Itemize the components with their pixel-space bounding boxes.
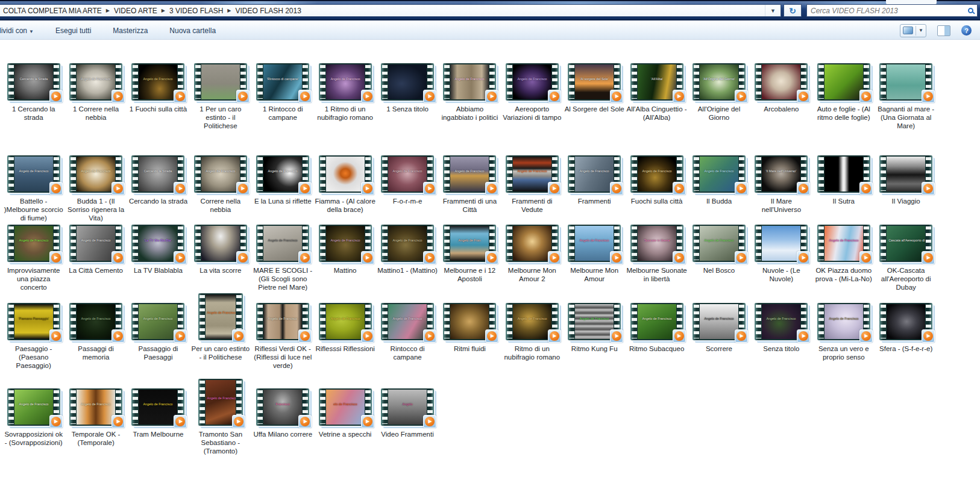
video-thumbnail[interactable]: Angelo de Francisco ▶: [7, 155, 60, 193]
play-overlay-icon[interactable]: ▶: [922, 182, 935, 195]
file-item[interactable]: Angelo de Francisco ▶ Ritmo di un nubifr…: [501, 303, 563, 370]
play-overlay-icon[interactable]: ▶: [361, 329, 374, 343]
file-item[interactable]: Angelo de Francisco ▶ Senza un vero e pr…: [812, 303, 875, 370]
file-item[interactable]: Angelo de Francisco ▶ Improvvisamente un…: [2, 225, 64, 291]
video-thumbnail[interactable]: ▶: [817, 63, 870, 101]
play-overlay-icon[interactable]: ▶: [485, 90, 498, 103]
play-overlay-icon[interactable]: ▶: [112, 182, 125, 195]
play-overlay-icon[interactable]: ▶: [49, 329, 63, 343]
file-item[interactable]: Angelo de Francisco ▶ Ritmo Kung Fu: [564, 303, 626, 370]
video-thumbnail[interactable]: Cercando la Strada ▶: [7, 63, 60, 101]
play-overlay-icon[interactable]: ▶: [49, 251, 63, 264]
video-thumbnail[interactable]: ▶: [879, 155, 932, 193]
file-item[interactable]: Angelo de Francisco ▶ Rintocco di campan…: [376, 303, 438, 370]
video-thumbnail[interactable]: Angelo de Francisco ▶: [630, 303, 683, 340]
play-overlay-icon[interactable]: ▶: [859, 90, 873, 103]
video-thumbnail[interactable]: Angelo de Francisco ▶: [693, 303, 746, 340]
file-item[interactable]: Angelo de Francisco ▶ Fuochi sulla città: [626, 155, 688, 222]
file-item[interactable]: Angelo de Francisco ▶ Mattino1 - (Mattin…: [376, 225, 438, 291]
breadcrumb-segment[interactable]: COLTA COMPLETA MIA ARTE: [0, 7, 105, 15]
breadcrumb-segment[interactable]: VIDEO FLASH 2013: [232, 7, 304, 15]
file-item[interactable]: 'Suonate in liberta' ▶ Melbourne Suonate…: [626, 225, 688, 291]
search-input[interactable]: [811, 7, 966, 15]
video-thumbnail[interactable]: Angelo de Francisco ▶: [256, 155, 309, 193]
file-item[interactable]: Angelo de Francisco ▶ Passaggio di Paesa…: [127, 303, 189, 370]
video-thumbnail[interactable]: ▶: [755, 225, 808, 262]
video-thumbnail[interactable]: Angelo de Francisco ▶: [568, 225, 621, 262]
video-thumbnail[interactable]: Angelo de Francisco ▶: [131, 63, 184, 101]
video-thumbnail[interactable]: Angelo de Francisco ▶: [198, 293, 243, 340]
file-item[interactable]: Angelo de Francisco ▶ Melbourne Mon Amou…: [564, 225, 626, 291]
file-item[interactable]: Angelo de Francisco ▶ Tramonto San Sebas…: [189, 388, 251, 455]
play-overlay-icon[interactable]: ▶: [673, 182, 686, 195]
video-thumbnail[interactable]: 'Il Mare nell'Universo' ▶: [755, 155, 808, 193]
play-overlay-icon[interactable]: ▶: [548, 182, 561, 195]
file-item[interactable]: Angelo de Francisco ▶ Correre nella nebb…: [189, 155, 251, 222]
chevron-down-icon[interactable]: ▼: [919, 28, 923, 33]
video-thumbnail[interactable]: Angelo ▶: [381, 388, 434, 426]
play-overlay-icon[interactable]: ▶: [548, 329, 561, 343]
play-overlay-icon[interactable]: ▶: [298, 182, 312, 195]
play-overlay-icon[interactable]: ▶: [236, 90, 250, 103]
play-overlay-icon[interactable]: ▶: [49, 182, 63, 195]
file-item[interactable]: Angelo de Francisco ▶ Temporale OK - (Te…: [64, 388, 127, 455]
play-overlay-icon[interactable]: ▶: [361, 182, 374, 195]
toolbar-burn[interactable]: Masterizza: [112, 24, 149, 37]
video-thumbnail[interactable]: Angelo de Francisco ▶: [506, 155, 559, 193]
play-overlay-icon[interactable]: ▶: [735, 251, 748, 264]
play-overlay-icon[interactable]: ▶: [548, 251, 561, 264]
file-item[interactable]: Angelo de Francisco ▶ OK Piazza duomo pr…: [812, 225, 875, 291]
play-overlay-icon[interactable]: ▶: [485, 251, 498, 264]
video-thumbnail[interactable]: 'All'Alba' ▶: [630, 63, 683, 101]
video-thumbnail[interactable]: Angelo de Francisco ▶: [630, 155, 683, 193]
help-button[interactable]: ?: [961, 25, 972, 36]
breadcrumb-segment[interactable]: 3 VIDEO FLASH: [166, 7, 226, 15]
video-thumbnail[interactable]: Angelo de Francisco ▶: [194, 155, 247, 193]
play-overlay-icon[interactable]: ▶: [174, 251, 187, 264]
file-item[interactable]: ▶ 1 Senza titolo: [376, 63, 438, 130]
file-item[interactable]: Angelo de Francisco ▶ Mattino: [314, 225, 376, 291]
file-item[interactable]: ▶ Bagnanti al mare - (Una Giornata al Ma…: [875, 63, 937, 130]
file-item[interactable]: Angelo de Francisco ▶ Ritmo Subacqueo: [626, 303, 688, 370]
file-item[interactable]: ▶ 1 Per un caro estinto - il Politichese: [189, 63, 251, 130]
play-overlay-icon[interactable]: ▶: [298, 90, 312, 103]
video-thumbnail[interactable]: Angelo de Francisco ▶: [817, 303, 870, 340]
file-item[interactable]: Angelo ▶ Video Frammenti: [376, 388, 438, 455]
video-thumbnail[interactable]: ▶: [879, 303, 932, 340]
refresh-button[interactable]: ↻: [784, 4, 802, 17]
video-thumbnail[interactable]: Angelo de Fran ▶: [443, 225, 496, 262]
video-thumbnail[interactable]: Angelo de Francisco ▶: [568, 155, 621, 193]
file-item[interactable]: ▶ Fiamma - (Al calore della brace): [314, 155, 376, 222]
video-thumbnail[interactable]: Angelo de Francisco ▶: [693, 225, 746, 262]
video-thumbnail[interactable]: Angelo de Francisco ▶: [7, 388, 60, 426]
play-overlay-icon[interactable]: ▶: [797, 90, 810, 103]
play-overlay-icon[interactable]: ▶: [174, 90, 187, 103]
play-overlay-icon[interactable]: ▶: [797, 329, 810, 343]
file-item[interactable]: 'Paesano Paesaggio' ▶ Paesaggio - (Paesa…: [2, 303, 64, 370]
file-item[interactable]: Angelo de Francisco ▶ Abbiamo ingabbiato…: [439, 63, 501, 130]
play-overlay-icon[interactable]: ▶: [236, 182, 250, 195]
video-thumbnail[interactable]: Angelo de Francisco ▶: [319, 225, 372, 262]
play-overlay-icon[interactable]: ▶: [112, 329, 125, 343]
video-thumbnail[interactable]: Angelo de Francisco ▶: [319, 303, 372, 340]
file-item[interactable]: Angelo de Francisco ▶ Frammenti di una C…: [439, 155, 501, 222]
play-overlay-icon[interactable]: ▶: [673, 90, 686, 103]
toolbar-new-folder[interactable]: Nuova cartella: [168, 24, 217, 37]
file-item[interactable]: Cercando la Strada ▶ 1 Cercando la strad…: [2, 63, 64, 130]
file-item[interactable]: 'La TV Bla-Bla-Bla' ▶ La TV Blablabla: [127, 225, 189, 291]
video-thumbnail[interactable]: ▶: [506, 225, 559, 262]
breadcrumb-segment[interactable]: VIDEO ARTE: [111, 7, 160, 15]
video-thumbnail[interactable]: 'Al sorgere del Sole' ▶: [568, 63, 621, 101]
play-overlay-icon[interactable]: ▶: [797, 182, 810, 195]
play-overlay-icon[interactable]: ▶: [112, 415, 125, 428]
play-overlay-icon[interactable]: ▶: [232, 415, 245, 428]
video-thumbnail[interactable]: ▶: [194, 225, 247, 262]
video-thumbnail[interactable]: Angelo de Francisco ▶: [69, 225, 122, 262]
file-item[interactable]: Angelo de Francisco ▶ Frammenti: [564, 155, 626, 222]
search-box[interactable]: [806, 4, 978, 17]
video-thumbnail[interactable]: Angelo de Francisco ▶: [755, 303, 808, 340]
file-item[interactable]: elo de Francisco ▶ Vetrine a specchi: [314, 388, 376, 455]
file-item[interactable]: ▶ Sfera - (S-f-e-r-e): [875, 303, 937, 370]
play-overlay-icon[interactable]: ▶: [174, 182, 187, 195]
file-item[interactable]: Angelo de Francisco ▶ Tram Melbourne: [127, 388, 189, 455]
